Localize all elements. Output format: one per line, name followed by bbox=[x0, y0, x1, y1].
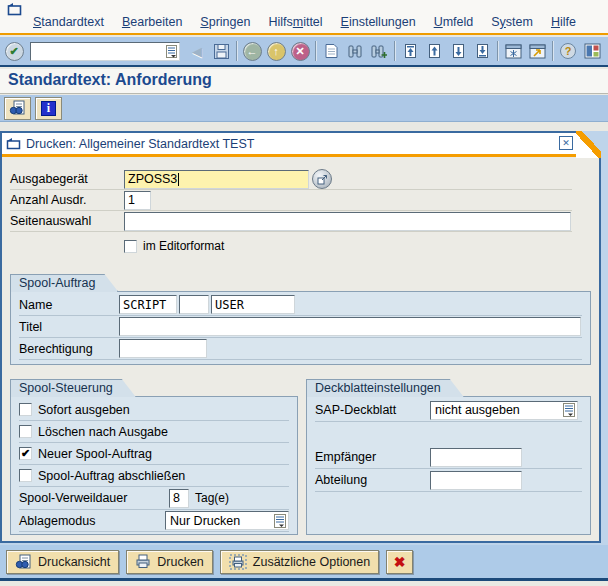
editor-format-row: im Editorformat bbox=[124, 236, 591, 256]
dialog-title-bar[interactable]: Drucken: Allgemeiner Standardtext TEST ✕ bbox=[2, 133, 599, 154]
spool-request-group-box: Name SCRIPT USER Titel Berechtigung bbox=[10, 291, 591, 365]
output-device-input[interactable]: ZPOSS3 bbox=[124, 170, 309, 189]
menu-bearbeiten[interactable]: Bearbeiten bbox=[113, 14, 191, 30]
authorization-row: Berechtigung bbox=[19, 338, 582, 360]
additional-options-button[interactable]: Zusätzliche Optionen bbox=[220, 550, 379, 574]
recipient-input[interactable] bbox=[430, 448, 522, 467]
enter-button[interactable]: ✔ bbox=[2, 39, 26, 63]
additional-options-label: Zusätzliche Optionen bbox=[253, 555, 370, 569]
editor-format-checkbox[interactable] bbox=[124, 240, 137, 253]
cancel-dialog-button[interactable]: ✖ bbox=[386, 550, 413, 574]
spool-name-row: Name SCRIPT USER bbox=[19, 294, 582, 316]
menu-hilfe[interactable]: Hilfe bbox=[542, 14, 585, 30]
spool-name-input-3[interactable]: USER bbox=[211, 295, 295, 314]
page-down-button[interactable] bbox=[446, 39, 470, 63]
exit-button[interactable]: ↑ bbox=[264, 39, 288, 63]
sap-cover-row: SAP-Deckblatt nicht ausgeben bbox=[315, 399, 582, 422]
menu-einstellungen[interactable]: Einstellungen bbox=[332, 14, 425, 30]
recipient-row: Empfänger bbox=[315, 446, 582, 469]
print-preview-icon bbox=[15, 554, 32, 570]
spool-request-group: Spool-Auftrag Name SCRIPT USER Titel bbox=[10, 273, 591, 365]
new-session-window-icon bbox=[505, 44, 522, 59]
create-shortcut-button[interactable] bbox=[525, 39, 549, 63]
bottom-divider bbox=[0, 578, 608, 581]
page-down-icon bbox=[451, 43, 466, 59]
new-session-button[interactable] bbox=[501, 39, 525, 63]
menu-standardtext[interactable]: Standardtext bbox=[24, 14, 113, 30]
system-menu-icon[interactable] bbox=[7, 2, 23, 16]
print-page-icon bbox=[324, 43, 339, 59]
menu-hilfsmittel[interactable]: Hilfsmittel bbox=[259, 14, 331, 30]
page-selection-input[interactable] bbox=[124, 212, 571, 231]
application-toolbar: i bbox=[0, 95, 608, 122]
left-triangle-icon: ◀ bbox=[192, 44, 202, 59]
delete-after-output-row: Löschen nach Ausgabe bbox=[19, 421, 289, 443]
page-title: Standardtext: Anforderung bbox=[8, 71, 608, 89]
spool-title-input[interactable] bbox=[119, 317, 581, 336]
help-button[interactable]: ? bbox=[556, 39, 580, 63]
collapse-toolbar-button[interactable]: ◀ bbox=[185, 39, 209, 63]
value-help-button[interactable] bbox=[312, 169, 332, 189]
spool-title-row: Titel bbox=[19, 316, 582, 338]
page-selection-row: Seitenauswahl bbox=[10, 211, 572, 232]
menu-umfeld[interactable]: Umfeld bbox=[425, 14, 483, 30]
page-up-button[interactable] bbox=[422, 39, 446, 63]
spool-title-label: Titel bbox=[19, 320, 119, 334]
retention-label: Spool-Verweildauer bbox=[19, 491, 169, 505]
save-button[interactable] bbox=[209, 39, 233, 63]
output-device-label: Ausgabegerät bbox=[10, 172, 124, 186]
print-immediately-checkbox[interactable] bbox=[19, 403, 32, 416]
copies-input[interactable]: 1 bbox=[124, 191, 151, 210]
cancel-button[interactable]: ✕ bbox=[288, 39, 312, 63]
info-button[interactable]: i bbox=[35, 97, 62, 120]
close-icon[interactable]: ✕ bbox=[559, 136, 573, 150]
cover-sheet-group: Deckblatteinstellungen SAP-Deckblatt nic… bbox=[306, 378, 591, 535]
department-row: Abteilung bbox=[315, 469, 582, 492]
department-input[interactable] bbox=[430, 471, 522, 490]
separator bbox=[497, 41, 498, 61]
back-button[interactable]: ← bbox=[240, 39, 264, 63]
command-history-icon[interactable] bbox=[166, 45, 177, 58]
sap-cover-dropdown[interactable]: nicht ausgeben bbox=[430, 401, 578, 420]
close-spool-request-checkbox[interactable] bbox=[19, 469, 32, 482]
lower-groups: Spool-Steuerung Sofort ausgeben Löschen … bbox=[10, 378, 591, 535]
menu-system[interactable]: System bbox=[482, 14, 542, 30]
menu-bar: Standardtext Bearbeiten Springen Hilfsmi… bbox=[0, 0, 608, 35]
customize-layout-button[interactable] bbox=[580, 39, 604, 63]
new-spool-request-label: Neuer Spool-Auftrag bbox=[38, 447, 152, 461]
title-bar: Standardtext: Anforderung bbox=[0, 69, 608, 94]
separator bbox=[315, 41, 316, 61]
print-button[interactable] bbox=[319, 39, 343, 63]
command-field[interactable] bbox=[30, 42, 180, 61]
new-spool-request-checkbox[interactable]: ✔ bbox=[19, 447, 32, 460]
find-binoculars-icon bbox=[347, 44, 363, 59]
separator bbox=[552, 41, 553, 61]
printer-options-icon bbox=[229, 554, 247, 570]
last-page-button[interactable] bbox=[470, 39, 494, 63]
menu-items: Standardtext Bearbeiten Springen Hilfsmi… bbox=[24, 14, 585, 30]
find-button[interactable] bbox=[343, 39, 367, 63]
create-shortcut-icon bbox=[529, 44, 546, 59]
retention-input[interactable]: 8 bbox=[169, 489, 189, 508]
print-action-button[interactable]: Drucken bbox=[126, 550, 213, 574]
find-next-icon bbox=[371, 44, 387, 59]
close-spool-request-row: Spool-Auftrag abschließen bbox=[19, 465, 289, 487]
print-preview-action-button[interactable]: Druckansicht bbox=[6, 550, 119, 574]
storage-mode-dropdown[interactable]: Nur Drucken bbox=[165, 511, 289, 530]
first-page-button[interactable] bbox=[398, 39, 422, 63]
print-preview-button[interactable] bbox=[4, 97, 31, 120]
menu-springen[interactable]: Springen bbox=[191, 14, 259, 30]
authorization-input[interactable] bbox=[119, 339, 207, 358]
customize-layout-icon bbox=[584, 43, 601, 59]
delete-after-output-checkbox[interactable] bbox=[19, 425, 32, 438]
dropdown-icon bbox=[274, 514, 286, 528]
last-page-icon bbox=[475, 43, 490, 59]
help-question-icon: ? bbox=[559, 42, 577, 60]
spool-name-input-1[interactable]: SCRIPT bbox=[119, 295, 177, 314]
print-immediately-row: Sofort ausgeben bbox=[19, 399, 289, 421]
find-next-button[interactable] bbox=[367, 39, 391, 63]
info-icon: i bbox=[41, 101, 56, 116]
copies-row: Anzahl Ausdr. 1 bbox=[10, 190, 572, 211]
spool-name-input-2[interactable] bbox=[179, 295, 209, 314]
svg-text:?: ? bbox=[565, 45, 572, 57]
